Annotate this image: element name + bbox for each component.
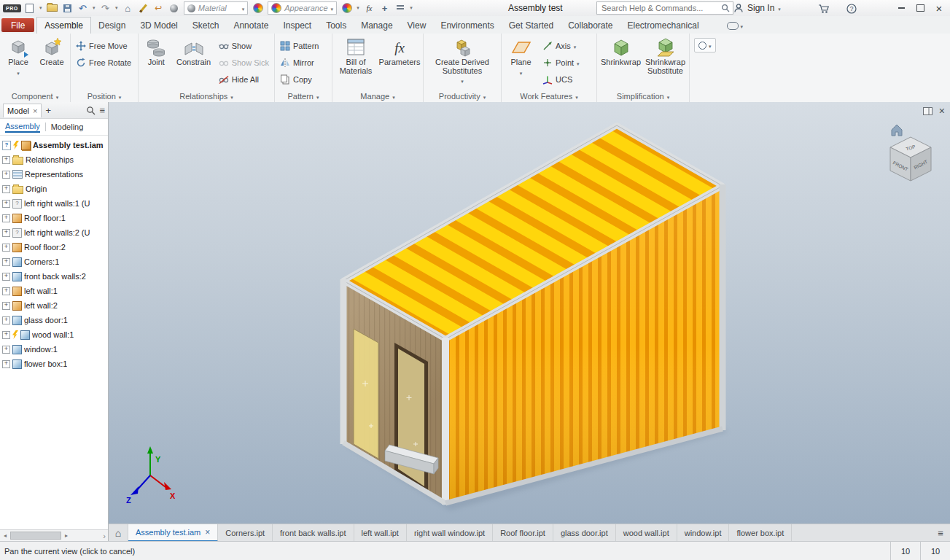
panel-overflow-button[interactable] [694,38,716,52]
panel-label-work-features[interactable]: Work Features [502,90,596,102]
panel-label-simplification[interactable]: Simplification [597,90,689,102]
add-browser-tab-button[interactable] [45,105,51,116]
expand-icon[interactable] [2,316,10,324]
doc-tab-front-back-walls[interactable]: front back walls.ipt [273,524,354,542]
doc-tab-wood-wall[interactable]: wood wall.ipt [616,524,677,542]
browser-tab-model[interactable]: Model [3,104,42,117]
undo-dropdown-icon[interactable] [91,1,97,15]
create-button[interactable]: Create [36,36,68,90]
redo-button[interactable] [98,1,112,15]
sketch-button[interactable] [136,1,150,15]
browser-menu-icon[interactable]: ≡ [99,105,105,116]
close-icon[interactable] [33,106,37,115]
doc-tab-right-wall-window[interactable]: right wall window.ipt [407,524,493,542]
tree-item[interactable]: left right walls:1 (U [0,196,108,211]
tab-tools[interactable]: Tools [319,18,354,34]
plane-button[interactable]: Plane [504,36,538,90]
expand-icon[interactable] [2,258,10,266]
close-document-icon[interactable] [939,105,945,117]
tab-collaborate[interactable]: Collaborate [561,18,620,34]
display-options-dropdown-icon[interactable] [408,1,414,15]
return-button[interactable] [152,1,166,15]
expand-icon[interactable] [2,331,10,339]
save-button[interactable] [61,1,74,15]
tree-item[interactable]: left wall:1 [0,284,108,298]
expand-icon[interactable] [2,185,10,193]
expand-icon[interactable] [2,302,10,310]
doc-tab-roof-floor[interactable]: Roof floor.ipt [493,524,553,542]
expand-icon[interactable] [2,273,10,281]
panel-label-productivity[interactable]: Productivity [424,90,501,102]
tab-annotate[interactable]: Annotate [226,18,276,34]
panel-label-position[interactable]: Position [71,90,138,102]
undo-button[interactable] [76,1,90,15]
subtab-assembly[interactable]: Assembly [5,122,40,133]
tab-view[interactable]: View [400,18,434,34]
browser-horizontal-scrollbar[interactable] [0,529,108,541]
ucs-button[interactable]: UCS [540,71,583,88]
tab-design[interactable]: Design [91,18,133,34]
show-sick-button[interactable]: Show Sick [216,54,272,71]
view-cube[interactable]: TOP FRONT RIGHT [890,125,931,181]
tab-3d-model[interactable]: 3D Model [133,18,184,34]
tree-item[interactable]: window:1 [0,342,108,357]
constrain-button[interactable]: Constrain [174,36,214,90]
scroll-left-icon[interactable] [0,532,10,539]
display-options-button[interactable] [393,1,407,15]
expand-icon[interactable] [2,200,10,208]
tab-electromechanical[interactable]: Electromechanical [620,18,706,34]
panel-label-manage[interactable]: Manage [332,90,423,102]
pattern-button[interactable]: Pattern [277,37,322,54]
viewport[interactable]: TOP FRONT RIGHT Y X Z [109,102,950,524]
home-view-button[interactable] [121,1,135,15]
tree-item[interactable]: flower box:1 [0,357,108,371]
tab-get-started[interactable]: Get Started [502,18,561,34]
doc-tab-assembly-test[interactable]: Assembly test.iam [128,524,218,542]
hide-all-button[interactable]: Hide All [216,71,272,88]
expand-icon[interactable] [2,214,10,222]
tree-item-origin[interactable]: Origin [0,182,108,196]
tab-manage[interactable]: Manage [354,18,400,34]
doc-tab-glass-door[interactable]: glass door.ipt [553,524,616,542]
panel-label-pattern[interactable]: Pattern [275,90,332,102]
tab-environments[interactable]: Environments [433,18,501,34]
place-button[interactable]: Place [2,36,34,90]
appearance-select[interactable]: Appearance [268,1,337,15]
free-rotate-button[interactable]: Free Rotate [73,54,134,71]
doc-tab-left-wall[interactable]: left wall.ipt [354,524,407,542]
doc-tab-flower-box[interactable]: flower box.ipt [729,524,792,542]
adjust-dropdown-icon[interactable] [355,1,361,15]
parameters-fx-button[interactable] [362,1,376,15]
tree-item[interactable]: left right walls:2 (U [0,225,108,240]
open-file-button[interactable] [45,1,59,15]
appearance-wheel-button[interactable] [251,1,265,15]
show-button[interactable]: Show [216,37,272,54]
browser-expand-icon[interactable] [103,532,108,540]
tab-sketch[interactable]: Sketch [185,18,227,34]
viewcube-home-icon[interactable] [892,125,902,136]
tab-assemble[interactable]: Assemble [36,17,91,34]
tree-item[interactable]: front back walls:2 [0,269,108,284]
tree-item[interactable]: glass door:1 [0,313,108,327]
subtab-modeling[interactable]: Modeling [51,122,84,131]
doc-tab-window[interactable]: window.ipt [677,524,730,542]
shrinkwrap-substitute-button[interactable]: Shrinkwrap Substitute [644,36,687,90]
material-select[interactable]: Material [184,1,249,15]
shrinkwrap-button[interactable]: Shrinkwrap [599,36,642,90]
panel-label-component[interactable]: Component [0,90,70,102]
tree-item[interactable]: Corners:1 [0,254,108,269]
expand-icon[interactable] [2,244,10,252]
expand-icon[interactable] [2,229,10,237]
split-view-icon[interactable] [923,107,933,115]
expand-icon[interactable] [2,346,10,354]
tab-file[interactable]: File [1,18,34,32]
tree-item-root[interactable]: Assembly test.iam [0,138,108,152]
free-move-button[interactable]: Free Move [73,37,134,54]
help-button[interactable]: ? [844,2,858,15]
bill-of-materials-button[interactable]: Bill of Materials [335,36,377,90]
doc-tab-corners[interactable]: Corners.ipt [218,524,273,542]
copy-button[interactable]: Copy [277,71,322,88]
redo-dropdown-icon[interactable] [114,1,120,15]
minimize-button[interactable] [892,0,911,16]
create-derived-substitutes-button[interactable]: Create Derived Substitutes [428,36,497,90]
